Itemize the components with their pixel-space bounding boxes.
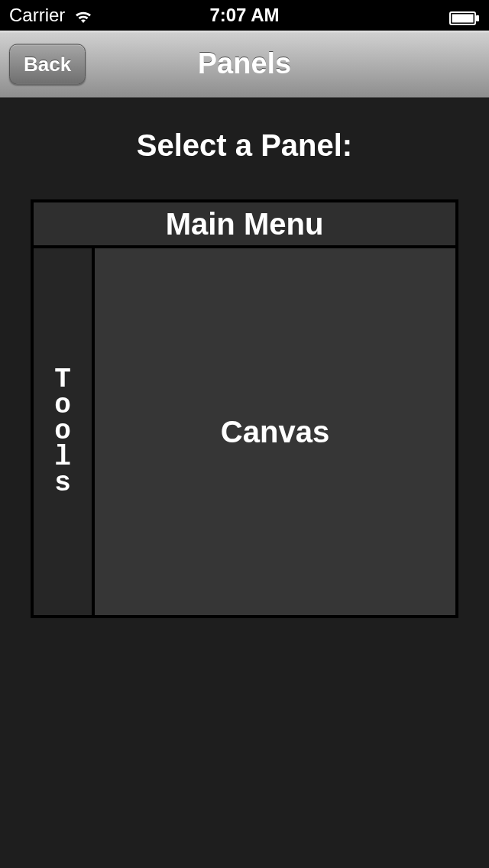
svg-rect-1 bbox=[452, 15, 474, 23]
page-title: Panels bbox=[198, 47, 292, 80]
panel-canvas[interactable]: Canvas bbox=[95, 248, 455, 615]
nav-bar: Back Panels bbox=[0, 31, 489, 98]
back-button[interactable]: Back bbox=[9, 44, 86, 84]
carrier-label: Carrier bbox=[9, 5, 65, 26]
panel-tools[interactable]: T o o l s bbox=[34, 248, 95, 615]
content-area: Select a Panel: Main Menu T o o l s Canv… bbox=[0, 98, 489, 618]
status-bar: Carrier 7:07 AM bbox=[0, 0, 489, 31]
panel-grid: Main Menu T o o l s Canvas bbox=[31, 199, 458, 618]
panel-row: T o o l s Canvas bbox=[34, 248, 455, 615]
panel-main-menu[interactable]: Main Menu bbox=[34, 202, 455, 248]
battery-icon bbox=[449, 8, 480, 22]
select-panel-prompt: Select a Panel: bbox=[15, 128, 474, 163]
status-left: Carrier bbox=[9, 5, 94, 26]
status-time: 7:07 AM bbox=[209, 5, 279, 26]
wifi-icon bbox=[73, 8, 94, 23]
panel-tools-label: T o o l s bbox=[54, 367, 71, 497]
svg-rect-2 bbox=[476, 15, 479, 21]
status-right bbox=[449, 8, 480, 22]
